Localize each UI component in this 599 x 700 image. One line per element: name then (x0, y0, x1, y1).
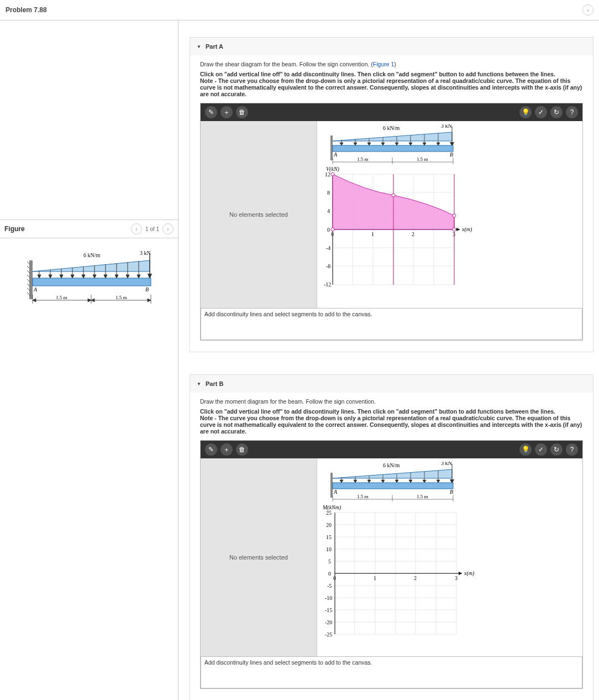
part-a-header[interactable]: ▼ Part A (190, 38, 593, 55)
svg-marker-55 (367, 143, 371, 145)
svg-text:12: 12 (325, 171, 330, 177)
svg-marker-122 (354, 480, 357, 483)
part-b-instruction: Draw the moment diagram for the beam. Fo… (200, 398, 583, 405)
svg-text:-10: -10 (325, 595, 332, 601)
svg-text:1.5 m: 1.5 m (417, 156, 428, 162)
svg-text:-4: -4 (326, 245, 330, 251)
trash-icon[interactable]: 🗑 (236, 106, 248, 118)
left-column: Figure ‹ 1 of 1 › (0, 20, 178, 700)
part-b-note: Click on "add vertical line off" to add … (200, 408, 583, 435)
figure-header: Figure ‹ 1 of 1 › (0, 220, 178, 238)
svg-text:0: 0 (327, 227, 330, 233)
caret-down-icon: ▼ (197, 382, 201, 386)
svg-marker-29 (137, 275, 140, 278)
svg-point-112 (331, 173, 334, 176)
svg-text:-12: -12 (324, 281, 331, 288)
part-a-footer: Add discontinuity lines and select segme… (201, 308, 582, 340)
refresh-icon[interactable]: ↻ (550, 443, 563, 456)
svg-text:1.5 m: 1.5 m (417, 494, 428, 499)
svg-text:20: 20 (326, 522, 332, 528)
caret-down-icon: ▼ (197, 44, 201, 49)
svg-text:3: 3 (455, 575, 458, 581)
svg-marker-51 (340, 143, 343, 145)
svg-text:-25: -25 (325, 631, 332, 638)
right-column: ▼ Part A Draw the shear diagram for the … (178, 20, 599, 700)
svg-text:A: A (333, 489, 338, 495)
svg-marker-11 (38, 275, 41, 278)
svg-text:x(m): x(m) (464, 570, 475, 577)
figure-label: Figure (4, 225, 25, 233)
svg-marker-45 (148, 299, 151, 302)
svg-text:-15: -15 (325, 607, 332, 613)
part-b-graph[interactable]: 6 kN/m 3 kN A B (317, 458, 582, 656)
svg-marker-132 (423, 480, 426, 483)
svg-text:B: B (450, 489, 453, 495)
figure-body: 6 kN/m 3 kN A B 1.5 (0, 238, 178, 327)
svg-marker-124 (367, 480, 371, 483)
help-icon[interactable]: ? (566, 443, 578, 456)
svg-marker-17 (71, 275, 74, 278)
part-a-instruction: Draw the shear diagram for the beam. Fol… (200, 61, 583, 67)
svg-text:25: 25 (326, 510, 332, 516)
svg-text:x(m): x(m) (461, 226, 472, 233)
part-a-canvas: ✎ ＋ 🗑 💡 ✓ ↻ ? No elements selected (200, 103, 583, 341)
trash-icon[interactable]: 🗑 (236, 443, 248, 456)
svg-marker-19 (82, 275, 85, 278)
svg-rect-48 (330, 135, 333, 160)
svg-marker-15 (60, 275, 63, 278)
figure-counter: 1 of 1 (145, 226, 159, 232)
next-figure-icon[interactable]: › (162, 223, 174, 234)
svg-marker-63 (423, 143, 426, 145)
svg-marker-61 (409, 143, 412, 145)
figure-link[interactable]: Figure 1 (373, 61, 395, 67)
svg-text:-20: -20 (325, 619, 332, 625)
svg-text:1.5 m: 1.5 m (357, 494, 369, 499)
svg-marker-43 (88, 299, 91, 302)
svg-text:0: 0 (328, 571, 331, 577)
svg-marker-27 (126, 275, 129, 278)
part-b-header[interactable]: ▼ Part B (190, 375, 593, 393)
help-icon[interactable]: ? (566, 106, 578, 118)
svg-point-115 (331, 228, 334, 231)
prev-figure-icon[interactable]: ‹ (131, 223, 142, 234)
svg-marker-134 (437, 480, 440, 483)
part-b-toolbar: ✎ ＋ 🗑 💡 ✓ ↻ ? (201, 441, 582, 458)
svg-text:A: A (33, 286, 38, 292)
svg-text:3 kN: 3 kN (140, 250, 151, 256)
svg-text:1.5 m: 1.5 m (357, 156, 369, 162)
refresh-icon[interactable]: ↻ (550, 106, 563, 118)
svg-marker-21 (93, 275, 96, 278)
add-icon[interactable]: ＋ (220, 106, 233, 118)
svg-marker-44 (91, 299, 94, 302)
part-b-side-panel: No elements selected (201, 458, 317, 656)
part-a-graph[interactable]: 6 kN/m 3 kN A B (317, 121, 582, 308)
svg-text:-8: -8 (326, 263, 330, 269)
svg-marker-65 (437, 143, 440, 145)
svg-text:2: 2 (414, 575, 417, 581)
part-b-container: ▼ Part B Draw the moment diagram for the… (190, 374, 593, 700)
bulb-icon[interactable]: 💡 (519, 106, 532, 118)
svg-text:15: 15 (326, 534, 332, 540)
pencil-icon[interactable]: ✎ (205, 106, 217, 118)
svg-text:6 kN/m: 6 kN/m (83, 252, 101, 258)
svg-rect-139 (333, 483, 453, 489)
svg-text:2: 2 (412, 231, 414, 237)
svg-marker-25 (115, 275, 118, 278)
collapse-icon[interactable]: ‹ (582, 4, 593, 15)
bulb-icon[interactable]: 💡 (519, 443, 532, 456)
svg-text:-5: -5 (327, 583, 332, 589)
check-icon[interactable]: ✓ (535, 106, 547, 118)
svg-marker-128 (395, 480, 398, 483)
svg-marker-118 (333, 469, 452, 478)
svg-rect-70 (333, 145, 453, 152)
svg-text:1: 1 (374, 575, 376, 581)
add-icon[interactable]: ＋ (220, 443, 233, 456)
svg-text:5: 5 (328, 558, 331, 565)
part-b-footer: Add discontinuity lines and select segme… (201, 656, 582, 688)
check-icon[interactable]: ✓ (535, 443, 547, 456)
svg-marker-130 (409, 480, 412, 483)
svg-text:4: 4 (327, 208, 330, 214)
svg-text:10: 10 (326, 546, 332, 552)
pencil-icon[interactable]: ✎ (205, 443, 217, 456)
svg-marker-120 (340, 480, 343, 483)
